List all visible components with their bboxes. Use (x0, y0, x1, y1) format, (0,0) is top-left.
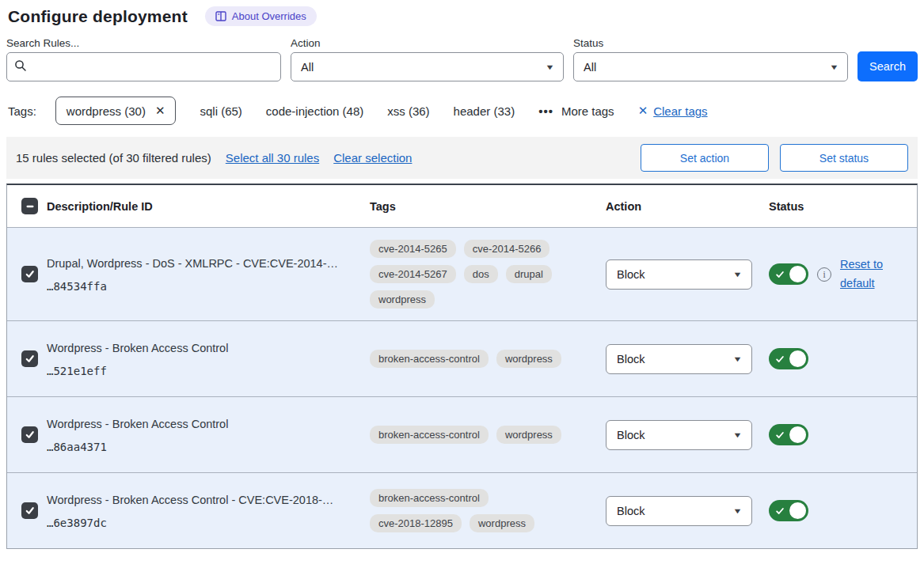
rule-tag: broken-access-control (370, 426, 489, 444)
tag-item-code-injection[interactable]: code-injection (48) (266, 104, 363, 118)
select-all-checkbox[interactable] (21, 198, 38, 214)
rule-tag: cve-2014-5266 (464, 240, 550, 258)
rule-action-value: Block (617, 268, 645, 281)
search-input-container (6, 52, 281, 81)
chevron-down-icon: ▼ (732, 271, 742, 278)
more-tags-button[interactable]: ••• More tags (538, 104, 614, 118)
tag-item-header[interactable]: header (33) (454, 104, 515, 118)
more-tags-label: More tags (561, 104, 614, 118)
table-row: Wordpress - Broken Access Control …86aa4… (7, 396, 917, 472)
rule-tags: broken-access-controlcve-2018-12895wordp… (370, 489, 585, 532)
check-icon (775, 506, 785, 516)
tags-bar: Tags: wordpress (30) ✕ sqli (65) code-in… (8, 97, 918, 125)
book-icon (215, 11, 226, 21)
status-filter-label: Status (573, 37, 848, 49)
page-title: Configure deployment (8, 7, 188, 26)
chevron-down-icon: ▼ (732, 431, 742, 439)
selection-bar: 15 rules selected (of 30 filtered rules)… (6, 137, 918, 179)
selection-summary: 15 rules selected (of 30 filtered rules) (16, 151, 211, 165)
action-filter-value: All (301, 61, 314, 74)
rule-description: Drupal, Wordpress - DoS - XMLRPC - CVE:C… (47, 256, 362, 271)
rule-status-toggle[interactable] (769, 500, 808, 521)
check-icon (25, 430, 35, 440)
rule-tags: cve-2014-5265cve-2014-5266cve-2014-5267d… (370, 240, 585, 309)
clear-tags-link[interactable]: ✕ Clear tags (638, 104, 708, 118)
status-filter-value: All (584, 61, 596, 74)
search-button[interactable]: Search (857, 51, 918, 81)
rule-action-select[interactable]: Block ▼ (606, 344, 752, 374)
rule-tag: drupal (506, 265, 552, 283)
rule-tag: broken-access-control (370, 350, 489, 368)
action-filter-label: Action (291, 37, 564, 49)
check-icon (25, 354, 35, 364)
rule-tags: broken-access-controlwordpress (370, 350, 585, 368)
column-header-action: Action (596, 200, 761, 213)
rule-status-toggle[interactable] (769, 348, 808, 369)
info-icon[interactable]: i (817, 267, 831, 282)
table-row: Wordpress - Broken Access Control …521e1… (7, 320, 917, 396)
row-checkbox[interactable] (21, 502, 38, 519)
rule-action-value: Block (617, 353, 645, 365)
rule-tag: cve-2018-12895 (370, 514, 462, 532)
check-icon (775, 430, 785, 440)
rule-action-select[interactable]: Block ▼ (606, 259, 752, 290)
search-input[interactable] (32, 60, 273, 74)
about-overrides-badge[interactable]: About Overrides (205, 6, 317, 26)
rule-tag: wordpress (496, 426, 561, 444)
filters-bar: Search Rules... Action All ▼ Status All … (6, 37, 918, 81)
minus-icon (25, 202, 35, 211)
rule-tags: broken-access-controlwordpress (370, 426, 585, 444)
rule-status-toggle[interactable] (769, 263, 808, 285)
table-body: Drupal, Wordpress - DoS - XMLRPC - CVE:C… (7, 227, 917, 548)
rule-tag: wordpress (470, 514, 534, 532)
row-checkbox[interactable] (21, 266, 38, 282)
search-rules-label: Search Rules... (6, 37, 281, 49)
rule-id: …521e1eff (47, 365, 362, 377)
check-icon (775, 270, 785, 279)
selected-tag-chip[interactable]: wordpress (30) ✕ (55, 97, 177, 125)
toggle-knob (789, 266, 806, 282)
toggle-knob (789, 502, 806, 519)
selected-tag-label: wordpress (30) (67, 104, 146, 118)
row-checkbox[interactable] (21, 426, 38, 443)
column-header-tags: Tags (362, 200, 596, 213)
action-filter-select[interactable]: All ▼ (291, 52, 564, 81)
toggle-knob (789, 426, 806, 443)
column-header-description: Description/Rule ID (47, 200, 362, 213)
rule-tag: cve-2014-5267 (370, 265, 456, 283)
rule-id: …6e3897dc (47, 517, 362, 529)
tag-item-xss[interactable]: xss (36) (387, 104, 429, 118)
rule-tag: wordpress (496, 350, 561, 368)
check-icon (25, 269, 35, 279)
rule-tag: wordpress (370, 290, 435, 309)
rule-tag: broken-access-control (370, 489, 489, 507)
ellipsis-icon: ••• (538, 104, 553, 118)
rule-action-select[interactable]: Block ▼ (606, 420, 752, 450)
rule-description: Wordpress - Broken Access Control (47, 340, 362, 356)
rule-action-select[interactable]: Block ▼ (606, 496, 752, 526)
rule-description: Wordpress - Broken Access Control (47, 416, 362, 432)
rule-action-value: Block (617, 429, 645, 441)
select-all-link[interactable]: Select all 30 rules (226, 151, 319, 165)
chevron-down-icon: ▼ (829, 63, 838, 71)
rule-status-toggle[interactable] (769, 424, 808, 445)
reset-default-link[interactable]: Reset to default (840, 256, 892, 293)
status-filter-select[interactable]: All ▼ (573, 52, 848, 81)
remove-tag-icon[interactable]: ✕ (155, 104, 165, 118)
check-icon (25, 506, 35, 516)
chevron-down-icon: ▼ (732, 507, 742, 515)
set-action-button[interactable]: Set action (641, 144, 769, 172)
clear-selection-link[interactable]: Clear selection (333, 151, 412, 165)
close-icon: ✕ (638, 104, 648, 118)
table-header-row: Description/Rule ID Tags Action Status (7, 185, 917, 227)
about-overrides-label: About Overrides (232, 10, 306, 22)
row-checkbox[interactable] (21, 350, 38, 367)
search-icon (14, 59, 27, 75)
toggle-knob (789, 350, 806, 367)
table-row: Drupal, Wordpress - DoS - XMLRPC - CVE:C… (7, 227, 917, 320)
rule-tag: dos (464, 265, 498, 283)
clear-tags-label: Clear tags (653, 104, 707, 118)
set-status-button[interactable]: Set status (780, 144, 908, 172)
tag-item-sqli[interactable]: sqli (65) (200, 104, 241, 118)
rule-tag: cve-2014-5265 (370, 240, 456, 258)
